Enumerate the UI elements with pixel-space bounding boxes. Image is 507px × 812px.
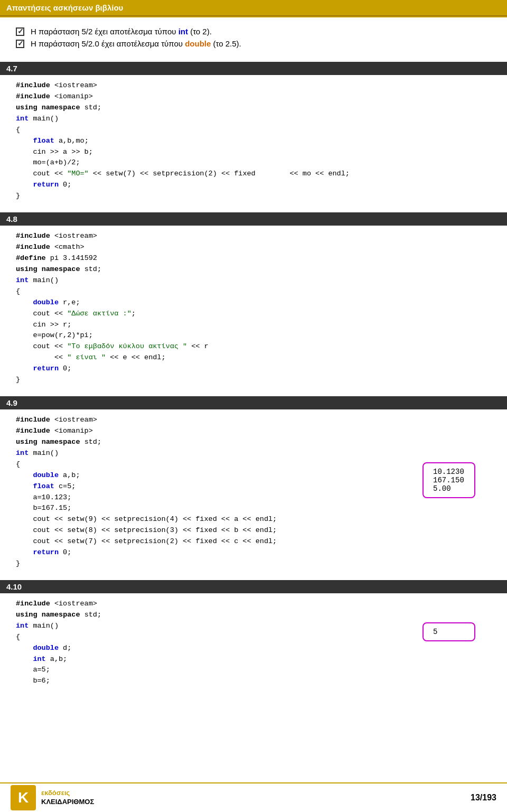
code-block-4-10: #include <iostream> using namespace std;… <box>16 599 491 687</box>
output-line-2: 167.150 <box>433 476 465 484</box>
section-header-4-10: 4.10 <box>0 580 507 593</box>
code-block-4-7: #include <iostream> #include <iomanip> u… <box>16 80 491 202</box>
output-line-3: 5.00 <box>433 484 465 493</box>
section-content-4-10: #include <iostream> using namespace std;… <box>0 593 507 692</box>
intro-line2-text: Η παράσταση 5/2.0 έχει αποτέλεσμα τύπου … <box>31 39 241 48</box>
section-content-4-7: #include <iostream> #include <iomanip> u… <box>0 75 507 207</box>
section-4-7: 4.7 #include <iostream> #include <iomani… <box>0 62 507 207</box>
checkbox-icon-1 <box>16 27 24 36</box>
page-header: Απαντήσεις ασκήσεων βιβλίου <box>0 0 507 16</box>
section-4-9: 4.9 #include <iostream> #include <iomani… <box>0 396 507 575</box>
footer-logo: K εκδόσεις ΚΛΕΙΔΑΡΙΘΜΟΣ <box>11 785 94 810</box>
publisher-line1: εκδόσεις <box>41 789 94 798</box>
page-footer: K εκδόσεις ΚΛΕΙΔΑΡΙΘΜΟΣ 13/193 <box>0 782 507 812</box>
logo-k-icon: K <box>11 785 36 810</box>
section-header-4-9: 4.9 <box>0 396 507 409</box>
output-box-4-10: 5 <box>422 622 475 641</box>
publisher-line2: ΚΛΕΙΔΑΡΙΘΜΟΣ <box>41 798 94 807</box>
section-header-4-7: 4.7 <box>0 62 507 75</box>
output-line-1: 10.1230 <box>433 468 465 476</box>
code-block-4-8: #include <iostream> #include <cmath> #de… <box>16 231 491 386</box>
section-4-10: 4.10 #include <iostream> using namespace… <box>0 580 507 692</box>
checkbox-icon-2 <box>16 40 24 48</box>
section-4-8: 4.8 #include <iostream> #include <cmath>… <box>0 212 507 391</box>
output-box-4-9: 10.1230 167.150 5.00 <box>422 462 475 498</box>
header-title: Απαντήσεις ασκήσεων βιβλίου <box>6 3 123 12</box>
page-number: 13/193 <box>471 793 496 802</box>
section-content-4-8: #include <iostream> #include <cmath> #de… <box>0 226 507 391</box>
logo-text: εκδόσεις ΚΛΕΙΔΑΡΙΘΜΟΣ <box>41 789 94 807</box>
intro-line1-text: Η παράσταση 5/2 έχει αποτέλεσμα τύπου in… <box>31 27 212 36</box>
intro-section: Η παράσταση 5/2 έχει αποτέλεσμα τύπου in… <box>0 17 507 57</box>
output-line-1-4-10: 5 <box>433 628 465 636</box>
section-content-4-9: #include <iostream> #include <iomanip> u… <box>0 409 507 575</box>
code-block-4-9: #include <iostream> #include <iomanip> u… <box>16 415 491 570</box>
section-header-4-8: 4.8 <box>0 212 507 226</box>
intro-line-2: Η παράσταση 5/2.0 έχει αποτέλεσμα τύπου … <box>16 39 491 48</box>
intro-line-1: Η παράσταση 5/2 έχει αποτέλεσμα τύπου in… <box>16 27 491 36</box>
